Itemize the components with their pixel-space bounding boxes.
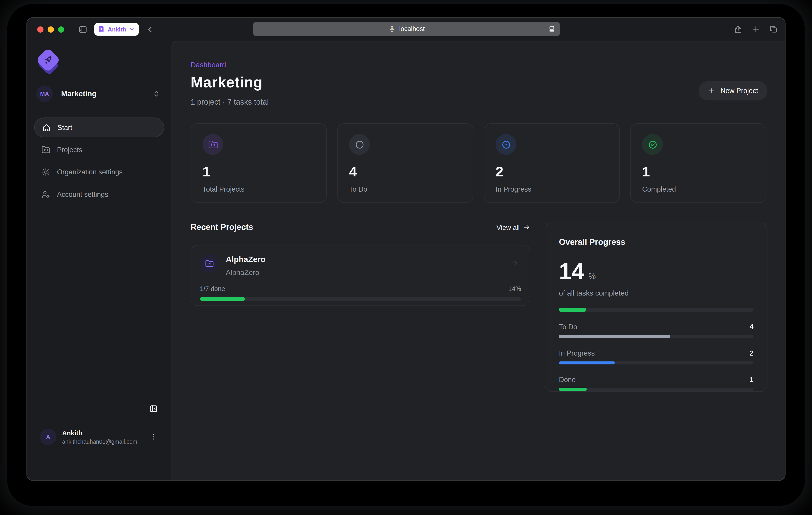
url-text: localhost — [399, 25, 425, 33]
stat-card-in-progress: 2 In Progress — [484, 123, 620, 203]
back-button-icon[interactable] — [146, 25, 154, 33]
breadcrumb: Dashboard — [191, 60, 269, 69]
rocket-icon — [40, 52, 56, 68]
overall-progress-title: Overall Progress — [559, 238, 754, 247]
main-content: Dashboard Marketing 1 project · 7 tasks … — [172, 41, 785, 481]
project-progress-bar — [200, 297, 521, 301]
progress-fill — [559, 335, 670, 338]
sidebar-nav: Start Projects Organization settings — [34, 118, 164, 204]
project-name: AlphaZero — [226, 255, 265, 264]
chevron-up-down-icon — [153, 90, 160, 97]
row-value: 2 — [750, 350, 754, 357]
sidebar-item-label: Projects — [57, 146, 82, 153]
progress-fill — [559, 308, 586, 312]
recent-projects-header: Recent Projects View all — [191, 223, 530, 232]
row-progress-bar — [559, 388, 754, 391]
user-email: ankithchauhan01@gmail.com — [62, 438, 137, 444]
overall-percent-value: 14 — [559, 259, 584, 284]
folder-kanban-icon — [203, 134, 223, 155]
user-name: Ankith — [62, 429, 137, 437]
view-all-label: View all — [497, 223, 520, 231]
plus-icon — [708, 87, 716, 95]
project-progress-meta: 1/7 done 14% — [200, 285, 521, 292]
kebab-menu-icon[interactable] — [150, 433, 157, 441]
circle-dot-icon — [495, 134, 516, 155]
sidebar-item-label: Organization settings — [57, 168, 122, 176]
stat-value: 1 — [203, 164, 315, 180]
sidebar-item-label: Account settings — [57, 190, 108, 198]
progress-fill — [200, 297, 245, 301]
overall-row-in-progress: In Progress 2 — [559, 350, 754, 364]
page-subtitle: 1 project · 7 tasks total — [191, 97, 269, 106]
project-card-top: AlphaZero AlphaZero — [200, 254, 521, 276]
workspace-selector[interactable]: MA Marketing — [36, 85, 164, 102]
home-icon — [42, 123, 51, 132]
sidebar-item-account-settings[interactable]: Account settings — [34, 184, 164, 204]
sidebar-item-projects[interactable]: Projects — [34, 140, 164, 159]
overall-progress-bar — [559, 308, 754, 312]
chrome-right-actions — [734, 18, 778, 41]
project-done-text: 1/7 done — [200, 285, 225, 292]
close-window-button[interactable] — [37, 26, 44, 32]
row-label: Done — [559, 376, 576, 384]
new-project-label: New Project — [721, 87, 758, 95]
sidebar: MA Marketing Start — [27, 41, 172, 481]
view-all-link[interactable]: View all — [497, 223, 531, 231]
page-header: Dashboard Marketing 1 project · 7 tasks … — [191, 60, 767, 106]
minimize-window-button[interactable] — [48, 26, 54, 32]
overall-percent-unit: % — [588, 272, 596, 281]
id-badge-icon — [97, 25, 105, 33]
folder-kanban-icon — [200, 254, 219, 273]
row-progress-bar — [559, 335, 754, 338]
collapse-sidebar-icon[interactable] — [149, 404, 158, 413]
project-card-titles: AlphaZero AlphaZero — [226, 254, 265, 276]
row-value: 1 — [750, 376, 754, 384]
dashboard-lower-row: Recent Projects View all — [191, 223, 767, 392]
row-progress-bar — [559, 361, 754, 364]
row-label: In Progress — [559, 350, 595, 357]
sidebar-item-organization-settings[interactable]: Organization settings — [34, 162, 164, 182]
row-label: To Do — [559, 323, 577, 331]
reader-view-icon[interactable] — [548, 25, 555, 33]
workspace-avatar: MA — [36, 85, 53, 102]
progress-fill — [559, 388, 587, 391]
stat-label: Total Projects — [203, 185, 315, 193]
stat-label: Completed — [642, 185, 754, 193]
browser-profile-button[interactable]: Ankith — [94, 23, 139, 36]
project-description: AlphaZero — [226, 268, 265, 276]
stat-value: 4 — [349, 164, 462, 180]
toggle-sidebar-icon[interactable] — [78, 25, 87, 34]
screenshot-stage: Ankith localhost — [0, 0, 812, 515]
user-gear-icon — [41, 190, 50, 199]
app-frame: MA Marketing Start — [27, 41, 785, 481]
workspace-name: Marketing — [61, 89, 97, 98]
overall-caption: of all tasks completed — [559, 289, 754, 297]
zoom-window-button[interactable] — [58, 26, 64, 32]
user-account-row[interactable]: A Ankith ankithchauhan01@gmail.com — [40, 429, 162, 445]
arrow-right-icon — [523, 223, 530, 231]
browser-chrome: Ankith localhost — [27, 18, 785, 41]
stat-value: 2 — [495, 164, 608, 180]
recent-projects-section: Recent Projects View all — [191, 223, 530, 306]
project-card-alphazero[interactable]: AlphaZero AlphaZero 1/7 done 14% — [191, 245, 530, 306]
stat-card-completed: 1 Completed — [630, 123, 766, 203]
overall-progress-panel: Overall Progress 14 % of all tasks compl… — [545, 223, 767, 392]
share-icon[interactable] — [734, 25, 743, 34]
chevron-down-icon — [129, 27, 135, 32]
tab-overview-icon[interactable] — [769, 25, 778, 34]
new-tab-plus-icon[interactable] — [752, 25, 760, 34]
overall-row-todo: To Do 4 — [559, 323, 754, 338]
stat-cards: 1 Total Projects 4 To Do 2 — [191, 123, 767, 203]
circle-icon — [349, 134, 370, 155]
stat-value: 1 — [642, 164, 754, 180]
stat-card-total-projects: 1 Total Projects — [191, 123, 327, 203]
user-meta: Ankith ankithchauhan01@gmail.com — [62, 429, 137, 444]
new-project-button[interactable]: New Project — [699, 81, 767, 100]
site-favicon-rocket-icon — [388, 25, 396, 33]
arrow-right-icon — [510, 259, 519, 267]
address-bar[interactable]: localhost — [253, 22, 560, 36]
project-percent-text: 14% — [508, 285, 521, 292]
sidebar-item-start[interactable]: Start — [34, 118, 164, 137]
user-avatar: A — [40, 429, 56, 445]
stat-label: In Progress — [495, 185, 608, 193]
